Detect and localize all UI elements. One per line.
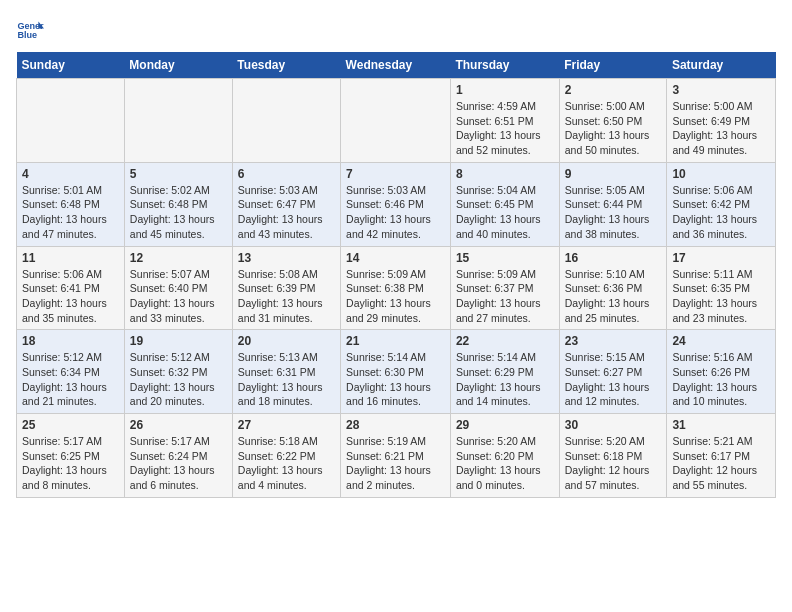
calendar-week-row: 25Sunrise: 5:17 AMSunset: 6:25 PMDayligh…: [17, 414, 776, 498]
day-info: Sunrise: 5:02 AMSunset: 6:48 PMDaylight:…: [130, 183, 227, 242]
day-info: Sunrise: 5:08 AMSunset: 6:39 PMDaylight:…: [238, 267, 335, 326]
logo: General Blue: [16, 16, 44, 44]
day-info: Sunrise: 5:16 AMSunset: 6:26 PMDaylight:…: [672, 350, 770, 409]
day-info: Sunrise: 5:06 AMSunset: 6:41 PMDaylight:…: [22, 267, 119, 326]
calendar-cell: 4Sunrise: 5:01 AMSunset: 6:48 PMDaylight…: [17, 162, 125, 246]
day-number: 4: [22, 167, 119, 181]
day-number: 17: [672, 251, 770, 265]
day-number: 31: [672, 418, 770, 432]
svg-text:Blue: Blue: [17, 30, 37, 40]
day-number: 23: [565, 334, 662, 348]
calendar-cell: 6Sunrise: 5:03 AMSunset: 6:47 PMDaylight…: [232, 162, 340, 246]
header-monday: Monday: [124, 52, 232, 79]
day-info: Sunrise: 5:19 AMSunset: 6:21 PMDaylight:…: [346, 434, 445, 493]
day-info: Sunrise: 5:00 AMSunset: 6:50 PMDaylight:…: [565, 99, 662, 158]
day-number: 3: [672, 83, 770, 97]
day-number: 7: [346, 167, 445, 181]
day-info: Sunrise: 5:00 AMSunset: 6:49 PMDaylight:…: [672, 99, 770, 158]
calendar-cell: 24Sunrise: 5:16 AMSunset: 6:26 PMDayligh…: [667, 330, 776, 414]
day-number: 12: [130, 251, 227, 265]
calendar-cell: 8Sunrise: 5:04 AMSunset: 6:45 PMDaylight…: [450, 162, 559, 246]
header-saturday: Saturday: [667, 52, 776, 79]
day-info: Sunrise: 5:15 AMSunset: 6:27 PMDaylight:…: [565, 350, 662, 409]
calendar-cell: 1Sunrise: 4:59 AMSunset: 6:51 PMDaylight…: [450, 79, 559, 163]
day-info: Sunrise: 5:04 AMSunset: 6:45 PMDaylight:…: [456, 183, 554, 242]
day-number: 16: [565, 251, 662, 265]
day-number: 26: [130, 418, 227, 432]
day-info: Sunrise: 5:03 AMSunset: 6:47 PMDaylight:…: [238, 183, 335, 242]
calendar-cell: [124, 79, 232, 163]
calendar-cell: 7Sunrise: 5:03 AMSunset: 6:46 PMDaylight…: [341, 162, 451, 246]
header-tuesday: Tuesday: [232, 52, 340, 79]
calendar-cell: 21Sunrise: 5:14 AMSunset: 6:30 PMDayligh…: [341, 330, 451, 414]
day-info: Sunrise: 5:09 AMSunset: 6:37 PMDaylight:…: [456, 267, 554, 326]
calendar-cell: 28Sunrise: 5:19 AMSunset: 6:21 PMDayligh…: [341, 414, 451, 498]
day-info: Sunrise: 5:11 AMSunset: 6:35 PMDaylight:…: [672, 267, 770, 326]
calendar-cell: 26Sunrise: 5:17 AMSunset: 6:24 PMDayligh…: [124, 414, 232, 498]
calendar-cell: 12Sunrise: 5:07 AMSunset: 6:40 PMDayligh…: [124, 246, 232, 330]
calendar-cell: 11Sunrise: 5:06 AMSunset: 6:41 PMDayligh…: [17, 246, 125, 330]
calendar-week-row: 11Sunrise: 5:06 AMSunset: 6:41 PMDayligh…: [17, 246, 776, 330]
calendar-cell: 31Sunrise: 5:21 AMSunset: 6:17 PMDayligh…: [667, 414, 776, 498]
day-number: 24: [672, 334, 770, 348]
calendar-table: SundayMondayTuesdayWednesdayThursdayFrid…: [16, 52, 776, 498]
day-number: 22: [456, 334, 554, 348]
day-number: 20: [238, 334, 335, 348]
calendar-week-row: 1Sunrise: 4:59 AMSunset: 6:51 PMDaylight…: [17, 79, 776, 163]
day-info: Sunrise: 5:18 AMSunset: 6:22 PMDaylight:…: [238, 434, 335, 493]
calendar-week-row: 4Sunrise: 5:01 AMSunset: 6:48 PMDaylight…: [17, 162, 776, 246]
day-info: Sunrise: 4:59 AMSunset: 6:51 PMDaylight:…: [456, 99, 554, 158]
day-number: 19: [130, 334, 227, 348]
day-info: Sunrise: 5:17 AMSunset: 6:24 PMDaylight:…: [130, 434, 227, 493]
header-friday: Friday: [559, 52, 667, 79]
day-info: Sunrise: 5:05 AMSunset: 6:44 PMDaylight:…: [565, 183, 662, 242]
calendar-cell: 30Sunrise: 5:20 AMSunset: 6:18 PMDayligh…: [559, 414, 667, 498]
day-number: 29: [456, 418, 554, 432]
day-info: Sunrise: 5:12 AMSunset: 6:32 PMDaylight:…: [130, 350, 227, 409]
page-header: General Blue: [16, 16, 776, 44]
day-number: 1: [456, 83, 554, 97]
day-number: 11: [22, 251, 119, 265]
calendar-week-row: 18Sunrise: 5:12 AMSunset: 6:34 PMDayligh…: [17, 330, 776, 414]
calendar-cell: 25Sunrise: 5:17 AMSunset: 6:25 PMDayligh…: [17, 414, 125, 498]
day-info: Sunrise: 5:14 AMSunset: 6:29 PMDaylight:…: [456, 350, 554, 409]
calendar-cell: 19Sunrise: 5:12 AMSunset: 6:32 PMDayligh…: [124, 330, 232, 414]
header-wednesday: Wednesday: [341, 52, 451, 79]
calendar-cell: 27Sunrise: 5:18 AMSunset: 6:22 PMDayligh…: [232, 414, 340, 498]
day-number: 9: [565, 167, 662, 181]
calendar-cell: 20Sunrise: 5:13 AMSunset: 6:31 PMDayligh…: [232, 330, 340, 414]
day-info: Sunrise: 5:09 AMSunset: 6:38 PMDaylight:…: [346, 267, 445, 326]
day-number: 28: [346, 418, 445, 432]
calendar-cell: 18Sunrise: 5:12 AMSunset: 6:34 PMDayligh…: [17, 330, 125, 414]
calendar-cell: 5Sunrise: 5:02 AMSunset: 6:48 PMDaylight…: [124, 162, 232, 246]
day-info: Sunrise: 5:12 AMSunset: 6:34 PMDaylight:…: [22, 350, 119, 409]
calendar-cell: 14Sunrise: 5:09 AMSunset: 6:38 PMDayligh…: [341, 246, 451, 330]
calendar-cell: 15Sunrise: 5:09 AMSunset: 6:37 PMDayligh…: [450, 246, 559, 330]
day-number: 27: [238, 418, 335, 432]
day-info: Sunrise: 5:20 AMSunset: 6:18 PMDaylight:…: [565, 434, 662, 493]
day-info: Sunrise: 5:21 AMSunset: 6:17 PMDaylight:…: [672, 434, 770, 493]
header-sunday: Sunday: [17, 52, 125, 79]
calendar-cell: 3Sunrise: 5:00 AMSunset: 6:49 PMDaylight…: [667, 79, 776, 163]
calendar-cell: 10Sunrise: 5:06 AMSunset: 6:42 PMDayligh…: [667, 162, 776, 246]
calendar-cell: 22Sunrise: 5:14 AMSunset: 6:29 PMDayligh…: [450, 330, 559, 414]
day-number: 25: [22, 418, 119, 432]
calendar-cell: 9Sunrise: 5:05 AMSunset: 6:44 PMDaylight…: [559, 162, 667, 246]
day-number: 8: [456, 167, 554, 181]
day-number: 15: [456, 251, 554, 265]
day-info: Sunrise: 5:03 AMSunset: 6:46 PMDaylight:…: [346, 183, 445, 242]
calendar-cell: [341, 79, 451, 163]
day-number: 10: [672, 167, 770, 181]
day-info: Sunrise: 5:20 AMSunset: 6:20 PMDaylight:…: [456, 434, 554, 493]
day-number: 2: [565, 83, 662, 97]
day-info: Sunrise: 5:14 AMSunset: 6:30 PMDaylight:…: [346, 350, 445, 409]
calendar-cell: 23Sunrise: 5:15 AMSunset: 6:27 PMDayligh…: [559, 330, 667, 414]
day-number: 30: [565, 418, 662, 432]
calendar-cell: 29Sunrise: 5:20 AMSunset: 6:20 PMDayligh…: [450, 414, 559, 498]
day-number: 18: [22, 334, 119, 348]
day-number: 5: [130, 167, 227, 181]
calendar-cell: 13Sunrise: 5:08 AMSunset: 6:39 PMDayligh…: [232, 246, 340, 330]
calendar-cell: 17Sunrise: 5:11 AMSunset: 6:35 PMDayligh…: [667, 246, 776, 330]
day-info: Sunrise: 5:17 AMSunset: 6:25 PMDaylight:…: [22, 434, 119, 493]
day-info: Sunrise: 5:06 AMSunset: 6:42 PMDaylight:…: [672, 183, 770, 242]
